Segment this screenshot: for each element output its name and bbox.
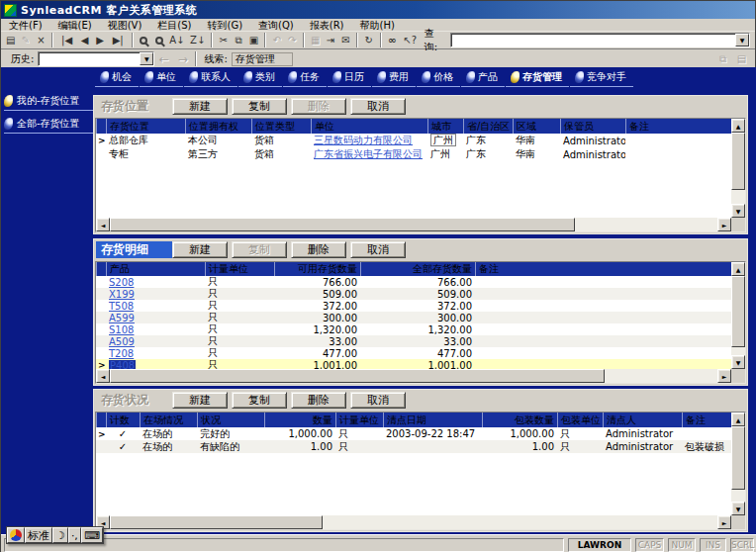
dropdown-arrow-icon[interactable]: ▼ (735, 34, 749, 46)
column-header[interactable]: 状况 (197, 413, 264, 427)
product-link[interactable]: S108 (109, 324, 134, 335)
sort-desc-icon[interactable]: Z↓ (188, 33, 207, 48)
product-link[interactable]: A509 (109, 336, 135, 347)
print-icon[interactable]: ▦ (309, 33, 322, 48)
cut-icon[interactable]: ✂ (217, 33, 230, 48)
scroll-down-icon[interactable]: ▼ (731, 502, 745, 515)
delete-button[interactable]: 删除 (291, 241, 346, 258)
advanced-search-icon[interactable] (152, 33, 165, 48)
copy-icon[interactable]: ⧉ (233, 33, 245, 48)
menu-query[interactable]: 查询(Q) (250, 19, 302, 32)
tab-company[interactable]: 单位 (140, 69, 183, 87)
menu-columns[interactable]: 栏目(S) (149, 19, 199, 32)
product-link[interactable]: A599 (109, 313, 135, 323)
horizontal-scrollbar[interactable]: ◄ ► (96, 369, 731, 383)
table-row[interactable]: S108 只 1,320.00 1,320.00 (96, 323, 731, 335)
query-combobox[interactable]: ▼ (450, 33, 750, 47)
tab-expense[interactable]: 费用 (372, 69, 416, 87)
form-view-icon[interactable]: ▤ (733, 51, 750, 67)
ime-fullhalf-moon-icon[interactable]: ☽ (52, 527, 68, 543)
scroll-right-icon[interactable]: ► (717, 218, 731, 231)
scroll-down-icon[interactable]: ▼ (731, 355, 745, 369)
new-record-icon[interactable]: ▤ (4, 33, 17, 48)
delete-button[interactable]: 删除 (291, 98, 346, 115)
product-link[interactable]: T508 (109, 301, 134, 312)
dropdown-arrow-icon[interactable]: ▼ (140, 52, 153, 65)
new-button[interactable]: 新建 (172, 241, 228, 258)
column-header[interactable]: 清点日期 (383, 413, 482, 427)
ime-punctuation-icon[interactable]: ·, (68, 527, 81, 543)
column-header[interactable]: 备注 (682, 413, 731, 427)
table-row[interactable]: 专柜 第三方 货箱 广东省振兴电子有限公司 广州 广东 华南 Administr… (96, 147, 731, 161)
tab-opportunity[interactable]: 机会 (95, 69, 139, 87)
column-header[interactable]: 备注 (475, 262, 731, 276)
tab-competitor[interactable]: 竞争对手 (570, 69, 633, 87)
table-row[interactable]: T208 只 477.00 477.00 (96, 347, 731, 359)
delete-record-icon[interactable]: × (35, 33, 47, 48)
column-header[interactable]: 城市 (427, 119, 463, 134)
column-header[interactable]: 保管员 (560, 119, 625, 134)
column-header[interactable]: 备注 (625, 119, 731, 134)
menu-file[interactable]: 文件(F) (1, 19, 50, 32)
first-record-icon[interactable]: |◀ (57, 33, 76, 48)
tab-task[interactable]: 任务 (283, 69, 327, 87)
cancel-button[interactable]: 取消 (350, 392, 406, 409)
column-header[interactable]: 计量单位 (335, 413, 383, 427)
table-row[interactable]: S208 只 766.00 766.00 (96, 276, 731, 288)
scroll-right-icon[interactable]: ► (717, 515, 731, 529)
tab-contact[interactable]: 联系人 (184, 69, 237, 87)
tab-calendar[interactable]: 日历 (328, 69, 371, 87)
sort-asc-icon[interactable]: A↓ (167, 33, 186, 48)
scroll-down-icon[interactable]: ▼ (731, 204, 745, 218)
cancel-button[interactable]: 取消 (350, 241, 406, 258)
product-link[interactable]: P408 (109, 360, 136, 370)
vertical-scrollbar[interactable]: ▲ ▼ (731, 119, 745, 218)
sidebar-item-all-locations[interactable]: 全部-存货位置 (4, 117, 95, 134)
ime-logo-button[interactable] (7, 527, 25, 543)
scroll-left-icon[interactable]: ◄ (96, 218, 110, 231)
search-icon[interactable] (138, 33, 150, 48)
send-icon[interactable]: ✉ (339, 33, 352, 48)
column-header[interactable]: 可用存货数量 (274, 262, 360, 276)
column-header[interactable]: 位置类型 (251, 119, 311, 134)
cancel-button[interactable]: 取消 (350, 98, 406, 115)
scroll-up-icon[interactable]: ▲ (731, 262, 745, 276)
product-link[interactable]: X199 (109, 289, 135, 300)
new-button[interactable]: 新建 (172, 392, 228, 409)
scrollbar-thumb[interactable] (110, 218, 575, 231)
binoculars-find-icon[interactable]: ∞ (386, 33, 399, 48)
scrollbar-thumb[interactable] (110, 369, 605, 383)
nav-forward-icon[interactable]: → (174, 51, 191, 67)
scrollbar-thumb[interactable] (731, 133, 745, 190)
copy-button[interactable]: 复制 (232, 241, 287, 258)
table-row[interactable]: ✓ 在场的 有缺陷的 1.00 只 1.00 只 Administrator 包… (96, 440, 731, 453)
horizontal-scrollbar[interactable]: ◄ ► (96, 218, 731, 231)
help-pointer-icon[interactable]: ↖? (401, 33, 420, 48)
new-button[interactable]: 新建 (172, 98, 228, 115)
column-header[interactable]: 全部存货数量 (360, 262, 475, 276)
vertical-scrollbar[interactable]: ▲ ▼ (731, 262, 745, 369)
scrollbar-thumb[interactable] (731, 426, 745, 490)
scroll-right-icon[interactable]: ► (717, 369, 731, 383)
city-cell-editor[interactable]: 广州 (430, 134, 456, 146)
column-header[interactable]: 包装数量 (482, 413, 557, 427)
column-header[interactable]: 在场情况 (140, 413, 197, 427)
column-header[interactable]: 位置拥有权 (185, 119, 251, 134)
column-header[interactable]: 省/自治区 (463, 119, 513, 134)
tab-product[interactable]: 产品 (461, 69, 505, 87)
detail-view-icon[interactable]: ⧉ (714, 51, 731, 67)
ime-mode-button[interactable]: 标准 (25, 527, 52, 543)
export-icon[interactable]: ⇥ (324, 33, 336, 48)
column-header[interactable]: 存货位置 (106, 119, 185, 134)
scroll-left-icon[interactable]: ◄ (96, 369, 110, 383)
menu-report[interactable]: 报表(R) (302, 19, 352, 32)
nav-back-icon[interactable]: ← (155, 51, 172, 67)
company-link[interactable]: 三星数码动力有限公司 (314, 135, 413, 145)
table-row[interactable]: > ✓ 在场的 完好的 1,000.00 只 2003-09-22 18:47 … (96, 427, 731, 440)
prev-record-icon[interactable]: ◀ (78, 33, 91, 48)
table-row[interactable]: > 总部仓库 本公司 货箱 三星数码动力有限公司 广州 广东 华南 Admini… (96, 134, 731, 147)
copy-button[interactable]: 复制 (232, 392, 287, 409)
product-link[interactable]: T208 (109, 348, 134, 359)
edit-record-icon[interactable]: ✎ (19, 33, 32, 48)
ime-softkeyboard-icon[interactable]: ⌨ (81, 527, 103, 543)
